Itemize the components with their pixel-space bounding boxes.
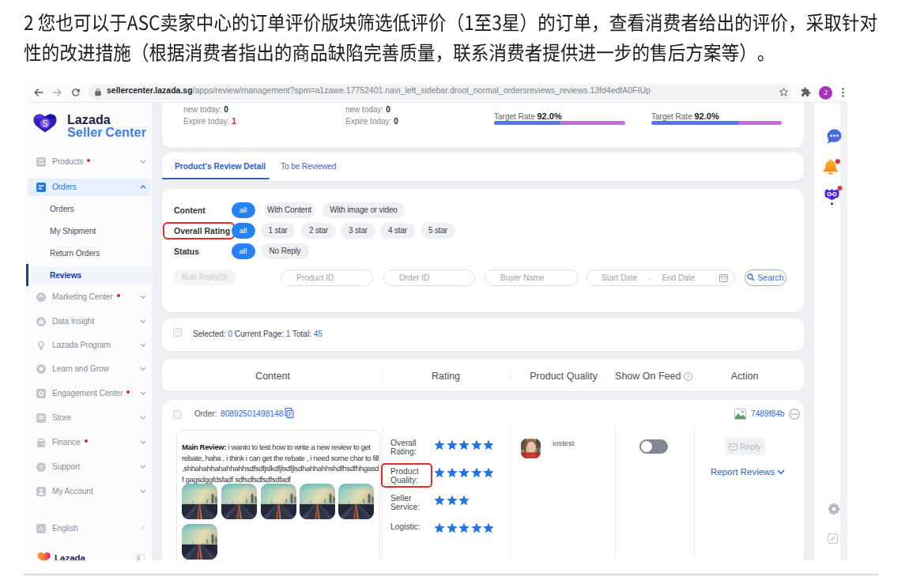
svg-text:A: A [39,525,43,533]
svg-text:S: S [42,119,47,128]
svg-text:?: ? [686,374,689,379]
svg-text:?: ? [40,464,43,471]
